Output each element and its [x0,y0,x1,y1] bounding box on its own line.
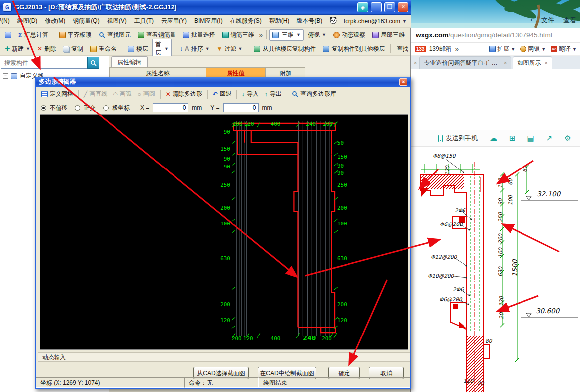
copy-to-floor-button[interactable]: 复制构件到其他楼层 [320,43,388,55]
account-dropdown[interactable]: forpk.chen@163.com ▼ [344,18,410,25]
chevron-down-icon: ▼ [541,47,546,52]
window-icon-button[interactable] [2,30,14,40]
import-button[interactable]: ↓导入 [239,89,261,99]
menu-rebar-qty[interactable]: 钢筋量(Q) [69,15,103,27]
menu-project[interactable]: 工程(N) [0,15,13,27]
menu-cloud[interactable]: 云应用(Y) [158,15,190,27]
save-icon[interactable]: ▤ [527,134,534,143]
dialog-title: 多边形编辑器 [39,78,76,86]
tree-collapse-icon[interactable]: − [3,73,8,79]
dim-label: 100 [337,221,347,227]
status-draw-state: 绘图结束 [259,377,410,388]
cloud-icon[interactable]: ☁ [490,134,497,143]
copy-button[interactable]: 复制 [60,43,86,55]
translate-dropdown[interactable]: Ao翻译▼ [551,45,577,53]
polygon-canvas[interactable]: 9015090902502001006302001205015090902502… [40,114,408,350]
view-3d-combo[interactable]: 三维▼ [269,29,304,41]
dim-label: 20 [498,312,504,319]
separator [266,30,267,39]
fullscreen-icon[interactable]: ⊞ [509,134,516,143]
toolbar-overflow-icon[interactable]: » [258,31,264,39]
y-coordinate-input[interactable] [223,103,259,112]
menu-bim[interactable]: BIM应用(I) [191,15,226,27]
new-button[interactable]: ✚新建▼ [2,43,33,55]
panda-icon[interactable] [329,17,337,26]
extensions-dropdown[interactable]: 扩展▼ [489,45,515,53]
menu-modify[interactable]: 修改(M) [41,15,69,27]
share-icon[interactable]: ↗ [546,134,553,143]
dim-label: 240 [303,334,316,342]
define-grid-button[interactable]: 定义网格 [39,89,76,99]
gear-icon[interactable]: ⚙ [564,134,571,143]
tab-close-icon[interactable]: × [504,60,507,66]
component-icon [11,73,17,79]
menu-online[interactable]: 在线服务(S) [227,15,265,27]
summary-calc-button[interactable]: Σ汇总计算 [15,29,51,41]
menu-help[interactable]: 帮助(H) [266,15,293,27]
x-coordinate-input[interactable] [153,103,188,112]
partial-3d-button[interactable]: 局部三维 [369,29,407,41]
tab-property-editor[interactable]: 属性编辑 [111,56,148,68]
draw-circle-button[interactable]: ○画圆 [135,89,157,99]
close-button[interactable]: × [398,2,408,12]
rename-button[interactable]: 重命名 [87,43,119,55]
search-input[interactable] [1,57,87,69]
ebank-dropdown[interactable]: 网银▼ [520,45,546,53]
browser-menu-view[interactable]: 查看 [563,16,576,25]
query-polygon-library-button[interactable]: 查询多边形库 [290,89,339,99]
delete-button[interactable]: ✕删除 [34,43,59,55]
copy-from-floor-button[interactable]: 从其他楼层复制构件 [251,43,319,55]
dialog-close-button[interactable]: × [399,78,407,86]
maximize-button[interactable]: ❐ [384,2,395,12]
x-unit: mm [192,104,202,111]
radio-polar[interactable] [103,105,109,111]
dim-label: 60 [507,178,513,185]
menu-tools[interactable]: 工具(T) [131,15,157,27]
separator [287,90,287,99]
browser-menu-file[interactable]: 文件 [541,16,554,25]
dim-label: 240 [306,121,316,127]
radio-no-offset[interactable] [41,105,46,111]
menu-version[interactable]: 版本号(B) [293,15,326,27]
separator [122,44,122,53]
bookmarks-overflow-icon[interactable]: » [454,45,460,53]
dim-label: 200 [337,301,347,308]
batch-select-button[interactable]: 批量选择 [180,29,218,41]
dim-label: 32.100 [537,190,561,198]
rebar-3d-button[interactable]: 钢筋三维 [219,29,257,41]
top-view-dropdown[interactable]: 俯视▼ [305,29,329,41]
app-titlebar[interactable]: G GGJ2013 - [D:\预结算及抽筋\广联达抽筋\测试-2.GGJ12]… [0,0,411,15]
bookmark-139-mail[interactable]: 139邮箱 [429,45,451,53]
browser-address-bar[interactable]: wxgx.com/question/gimq/detail/1307945.ht… [411,28,580,43]
menu-view[interactable]: 视图(V) [104,15,130,27]
browser-page-blank-area [411,69,580,130]
dim-label: 630 [497,266,503,277]
undo-button[interactable]: ↶回退 [210,89,234,99]
menu-draw[interactable]: 绘图(D) [14,15,41,27]
dim-label: 630 [337,255,347,262]
align-slab-top-button[interactable]: 平齐板顶 [57,29,95,41]
draw-line-button[interactable]: ╱画直线 [81,89,110,99]
browser-window: wxgx.com/question/gimq/detail/1307945.ht… [410,28,580,392]
tab-as-shown[interactable]: 如图所示× [513,56,552,69]
find-element-button[interactable]: 查找图元 [96,29,134,41]
search-button[interactable] [87,57,99,69]
sort-dropdown[interactable]: ↓A排序▼ [177,43,213,55]
filter-dropdown[interactable]: ▼过滤▼ [214,43,246,55]
dialog-titlebar[interactable]: 多边形编辑器 × [36,77,410,87]
titlebar-plugin-icon[interactable]: ◈ [357,2,368,12]
clear-polygon-button[interactable]: ✕清除多边形 [163,89,205,99]
export-button[interactable]: ↑导出 [262,89,284,99]
dim-label: 50 [337,140,344,146]
send-to-phone-button[interactable]: 发送到手机 [438,134,478,143]
draw-arc-button[interactable]: ◠画弧 [111,89,134,99]
status-coordinates: 坐标 (X: 1269 Y: 1074) [36,377,184,388]
tab-qa-platform[interactable]: 专业造价问题答疑平台-广联达× [419,56,511,69]
tab-close-icon[interactable]: × [544,60,547,66]
dynamic-input-bar[interactable]: 动态输入 [38,352,410,362]
close-icon[interactable]: × [413,60,418,69]
minimize-button[interactable]: _ [371,2,382,12]
separator [248,44,248,53]
radio-ortho[interactable] [75,105,80,111]
orbit-button[interactable]: 动态观察 [330,29,368,41]
